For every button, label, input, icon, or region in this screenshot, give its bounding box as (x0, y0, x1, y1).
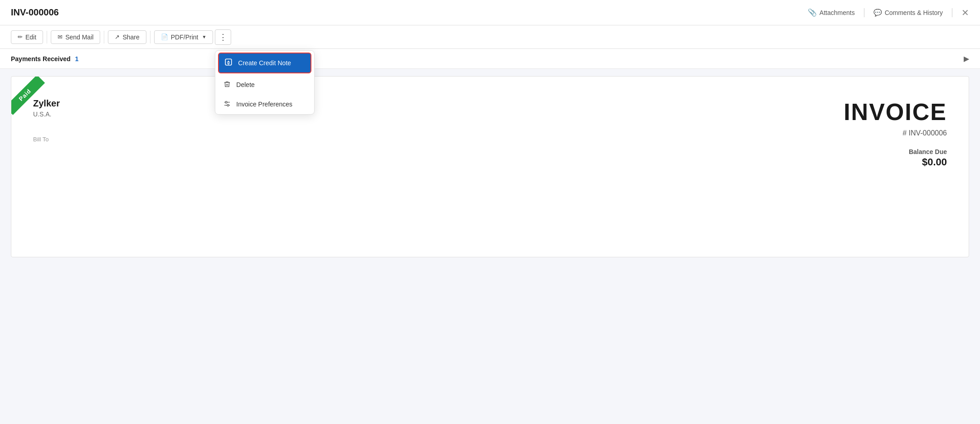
create-credit-note-button[interactable]: Create Credit Note (218, 53, 311, 73)
share-button[interactable]: ↗ Share (108, 30, 146, 44)
header-divider (864, 8, 864, 17)
attachments-button[interactable]: 📎 Attachments (808, 8, 855, 17)
toolbar-separator-3 (150, 31, 150, 43)
invoice-title: INVOICE (833, 98, 947, 125)
svg-point-2 (227, 104, 229, 106)
send-mail-button[interactable]: ✉ Send Mail (51, 30, 100, 44)
invoice-left: Zylker U.S.A. Bill To (11, 77, 815, 257)
invoice-preferences-button[interactable]: Invoice Preferences (215, 95, 314, 114)
invoice-number: # INV-000006 (833, 129, 947, 137)
send-mail-icon: ✉ (58, 34, 63, 40)
more-menu-wrapper: ⋮ Create Credit Note (215, 29, 231, 45)
main-content: Payments Received 1 ▶ Paid Zylker U.S.A.… (0, 49, 980, 257)
comments-label: Comments & History (885, 9, 943, 16)
share-icon: ↗ (115, 34, 120, 40)
delete-label: Delete (236, 81, 254, 88)
balance-amount: $0.00 (833, 156, 947, 168)
dropdown-menu: Create Credit Note Delete (215, 50, 315, 115)
comments-history-button[interactable]: 💬 Comments & History (873, 9, 943, 17)
attachment-icon: 📎 (808, 8, 817, 17)
company-country: U.S.A. (33, 111, 796, 118)
delete-icon (223, 81, 231, 89)
payments-received-section: Payments Received 1 (11, 55, 78, 63)
payments-received-label: Payments Received (11, 55, 71, 63)
header-divider-2 (952, 8, 952, 17)
toolbar-separator-2 (104, 31, 104, 43)
comments-icon: 💬 (873, 9, 882, 17)
pdf-print-button[interactable]: 📄 PDF/Print ▼ (154, 30, 213, 44)
more-options-button[interactable]: ⋮ (215, 29, 231, 45)
create-credit-note-icon (224, 58, 233, 68)
invoice-preferences-label: Invoice Preferences (236, 101, 292, 108)
edit-button[interactable]: ✏ Edit (11, 30, 43, 44)
payments-expand-arrow[interactable]: ▶ (964, 54, 969, 63)
invoice-document: Paid Zylker U.S.A. Bill To INVOICE # INV… (11, 76, 969, 257)
balance-due-label: Balance Due (833, 148, 947, 155)
toolbar: ✏ Edit ✉ Send Mail ↗ Share 📄 PDF/Print ▼… (0, 25, 980, 49)
edit-icon: ✏ (18, 34, 23, 40)
paid-ribbon-wrapper: Paid (11, 77, 66, 131)
more-icon: ⋮ (219, 32, 227, 42)
invoice-id: INV-000006 (11, 7, 59, 18)
svg-point-1 (225, 101, 227, 103)
invoice-preferences-icon (223, 100, 231, 109)
attachments-label: Attachments (820, 9, 855, 16)
pdf-print-icon: 📄 (161, 34, 168, 40)
top-header: INV-000006 📎 Attachments 💬 Comments & Hi… (0, 0, 980, 25)
toolbar-separator-1 (47, 31, 47, 43)
payments-bar: Payments Received 1 ▶ (0, 49, 980, 69)
invoice-right: INVOICE # INV-000006 Balance Due $0.00 (815, 77, 969, 257)
company-name: Zylker (33, 98, 796, 109)
header-right: 📎 Attachments 💬 Comments & History ✕ (808, 8, 969, 17)
close-button[interactable]: ✕ (961, 8, 969, 17)
delete-button[interactable]: Delete (215, 75, 314, 95)
create-credit-note-label: Create Credit Note (238, 59, 291, 67)
bill-to-label: Bill To (33, 136, 796, 143)
dropdown-arrow-icon: ▼ (202, 34, 206, 39)
payments-received-count: 1 (75, 55, 78, 63)
paid-ribbon: Paid (11, 77, 45, 115)
